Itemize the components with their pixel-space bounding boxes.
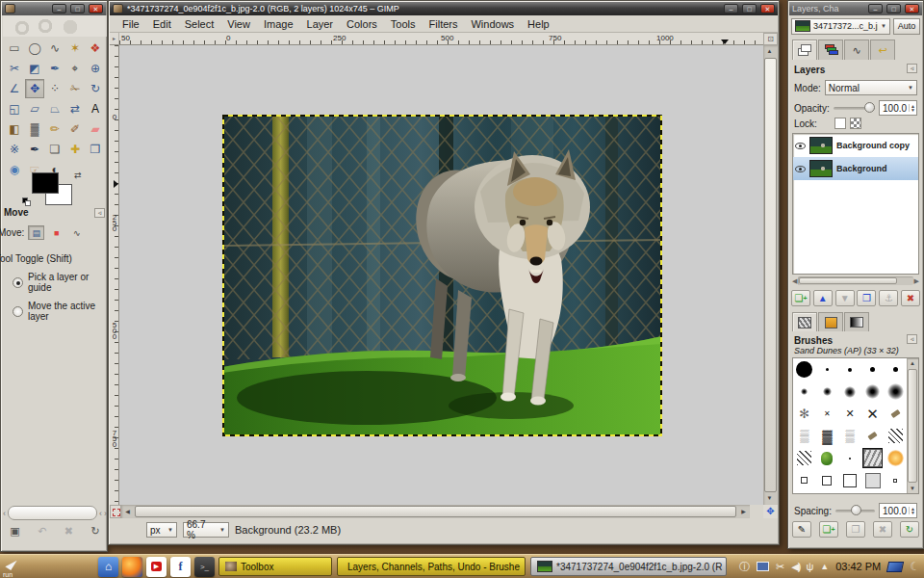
home-launcher-icon[interactable]: ⌂ — [98, 557, 118, 577]
unit-select[interactable]: px▼ — [146, 522, 177, 538]
tool-text[interactable]: A — [86, 99, 105, 118]
tab-layers[interactable] — [792, 39, 817, 60]
brush-swatch[interactable] — [838, 469, 861, 491]
edit-brush-button[interactable]: ✎ — [792, 521, 811, 538]
spacing-slider[interactable] — [835, 510, 875, 512]
clipboard-tray-icon[interactable]: ✂ — [776, 561, 784, 573]
visibility-eye-icon[interactable] — [795, 143, 806, 149]
brush-swatch[interactable] — [816, 358, 839, 381]
brush-swatch[interactable] — [884, 381, 907, 403]
brush-swatch[interactable] — [861, 447, 885, 469]
tool-clone[interactable]: ❏ — [45, 140, 64, 159]
tab-gradients[interactable] — [844, 312, 869, 331]
tool-blend[interactable]: ▓ — [25, 119, 44, 139]
scroll-up-icon[interactable]: ▲ — [763, 45, 776, 58]
layers-list-scrollbar[interactable]: ◀▶ — [792, 276, 919, 285]
terminal-launcher-icon[interactable]: >_ — [194, 557, 215, 577]
brush-swatch[interactable] — [861, 358, 885, 381]
brush-swatch[interactable] — [838, 447, 861, 469]
scrollbar-thumb[interactable] — [135, 506, 736, 517]
tool-color-picker[interactable]: ⌖ — [65, 59, 85, 78]
tool-perspective-clone[interactable]: ❐ — [86, 140, 105, 159]
tool-scissors-select[interactable]: ✂ — [5, 59, 24, 78]
panel-menu-icon[interactable]: ◃ — [94, 208, 105, 218]
tool-paintbrush[interactable]: ✐ — [65, 119, 85, 139]
mode-select[interactable]: Normal▼ — [825, 80, 917, 95]
tool-shear[interactable]: ▱ — [25, 99, 44, 118]
tool-rectangle-select[interactable]: ▭ — [5, 39, 24, 58]
anchor-layer-button[interactable]: ⚓ — [879, 290, 898, 306]
close-icon[interactable]: ✕ — [760, 4, 775, 13]
brush-swatch[interactable]: ✕ — [838, 403, 861, 425]
horizontal-scrollbar[interactable]: ◀ ▶ — [121, 505, 750, 518]
preset-prev-icon[interactable]: ‹ — [99, 509, 102, 518]
brush-swatch[interactable] — [793, 447, 816, 469]
menu-view[interactable]: View — [220, 16, 257, 32]
visibility-eye-icon[interactable] — [795, 166, 806, 172]
tool-airbrush[interactable]: ※ — [5, 140, 24, 159]
close-icon[interactable]: ✕ — [905, 4, 919, 13]
tool-measure[interactable]: ∠ — [5, 79, 24, 98]
menu-windows[interactable]: Windows — [464, 16, 521, 32]
tool-move[interactable]: ✥ — [25, 79, 44, 98]
maximize-icon[interactable]: □ — [70, 4, 85, 13]
tool-crop[interactable]: ✁ — [65, 79, 85, 98]
firefox-launcher-icon[interactable] — [122, 557, 142, 577]
radio-icon[interactable] — [13, 306, 23, 317]
tool-select-by-color[interactable]: ❖ — [86, 39, 105, 58]
close-icon[interactable]: ✕ — [89, 4, 103, 13]
dock-titlebar[interactable]: Layers, Cha – □ ✕ — [789, 2, 922, 15]
canvas[interactable] — [119, 45, 763, 505]
preset-combo[interactable] — [8, 506, 97, 520]
facebook-launcher-icon[interactable]: f — [170, 557, 191, 577]
menu-select[interactable]: Select — [178, 16, 221, 32]
layer-row[interactable]: Background copy — [793, 134, 918, 157]
tool-pencil[interactable]: ✏ — [45, 119, 64, 139]
move-selection-icon[interactable]: ■ — [48, 225, 64, 240]
tool-ellipse-select[interactable]: ◯ — [25, 39, 44, 58]
brush-swatch[interactable] — [861, 425, 885, 447]
brush-swatch[interactable] — [793, 491, 816, 494]
tool-rotate[interactable]: ↻ — [86, 79, 105, 98]
usb-tray-icon[interactable]: ψ — [806, 561, 813, 572]
move-path-icon[interactable]: ∿ — [68, 225, 85, 240]
brush-swatch[interactable]: ✻ — [793, 403, 816, 425]
raise-layer-button[interactable]: ▲ — [813, 290, 833, 306]
menu-layer[interactable]: Layer — [300, 16, 341, 32]
tab-undo-history[interactable]: ↩ — [870, 39, 895, 60]
tab-brushes[interactable] — [792, 312, 817, 331]
scroll-down-icon[interactable]: ▼ — [907, 484, 918, 493]
quickmask-toggle[interactable] — [110, 505, 121, 518]
brush-swatch[interactable]: ✕ — [861, 403, 885, 425]
scroll-right-icon[interactable]: ▶ — [914, 277, 919, 285]
maximize-icon[interactable]: □ — [742, 4, 757, 13]
minimize-icon[interactable]: – — [868, 4, 883, 13]
preset-next-icon[interactable]: › — [104, 509, 107, 518]
maximize-icon[interactable]: □ — [886, 4, 901, 13]
scroll-left-icon[interactable]: ◀ — [792, 277, 797, 285]
tab-channels[interactable] — [818, 39, 843, 60]
tool-eraser[interactable]: ▰ — [86, 119, 105, 139]
info-tray-icon[interactable]: ⓘ — [739, 560, 750, 574]
preset-left-icon[interactable]: ‹ — [3, 509, 6, 518]
tool-toggle-option[interactable]: Move the active layer — [13, 301, 109, 322]
ruler-corner-button[interactable]: ▸ — [110, 33, 119, 45]
tool-toggle-option[interactable]: Pick a layer or guide — [13, 272, 109, 293]
lock-alpha-checker-icon[interactable] — [850, 118, 861, 129]
minimize-icon[interactable]: – — [52, 4, 66, 13]
image-window-titlebar[interactable]: *3471737274_0e904f2f1c_b.jpg-2.0 (RGB, 2… — [110, 2, 778, 15]
brush-swatch[interactable] — [861, 381, 885, 403]
tool-scale[interactable]: ◱ — [5, 99, 24, 118]
brush-swatch[interactable] — [884, 403, 907, 425]
tool-paths[interactable]: ✒ — [45, 59, 64, 78]
brush-swatch[interactable] — [884, 358, 907, 381]
toolbox-titlebar[interactable]: – □ ✕ — [2, 2, 106, 15]
tool-flip[interactable]: ⇄ — [65, 99, 85, 118]
tool-free-select[interactable]: ∿ — [45, 39, 64, 58]
vertical-scrollbar[interactable]: ▲ ▼ — [763, 45, 778, 505]
tab-paths[interactable]: ∿ — [844, 39, 869, 60]
brush-swatch[interactable] — [793, 381, 816, 403]
brush-swatch[interactable] — [861, 469, 885, 491]
brush-swatch[interactable] — [884, 469, 907, 491]
brush-swatch[interactable]: ▓ — [816, 425, 839, 447]
